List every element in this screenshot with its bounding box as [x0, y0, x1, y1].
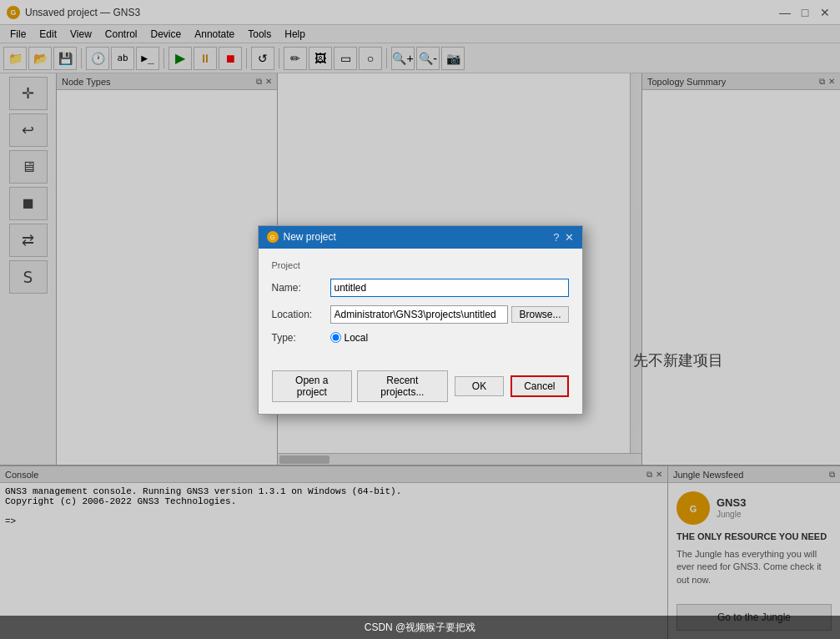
dialog-close[interactable]: ✕ — [565, 231, 574, 244]
dialog-ok-button[interactable]: OK — [455, 376, 504, 396]
dialog-body: Project Name: Location: Browse... Type: … — [259, 249, 582, 364]
dialog-name-label: Name: — [272, 282, 330, 294]
dialog-title-controls: ? ✕ — [553, 231, 573, 244]
dialog-section-label: Project — [272, 260, 569, 270]
watermark-text: CSDN @视频猴子要把戏 — [365, 621, 476, 635]
dialog-type-radio[interactable] — [330, 332, 341, 343]
dialog-type-label: Type: — [272, 332, 330, 344]
annotation-text: 先不新建项目 — [633, 350, 723, 370]
watermark: CSDN @视频猴子要把戏 — [0, 616, 840, 639]
new-project-dialog: G New project ? ✕ Project Name: Location… — [258, 225, 583, 415]
recent-projects-button[interactable]: Recent projects... — [357, 370, 448, 402]
dialog-location-field: Location: Browse... — [272, 305, 569, 324]
open-project-button[interactable]: Open a project — [272, 370, 352, 402]
dialog-name-field: Name: — [272, 279, 569, 297]
dialog-type-value: Local — [345, 332, 369, 344]
dialog-title-bar: G New project ? ✕ — [259, 226, 582, 249]
dialog-location-input[interactable] — [330, 305, 509, 324]
dialog-footer-left: Open a project Recent projects... — [272, 370, 448, 402]
dialog-name-input[interactable] — [330, 279, 569, 297]
dialog-overlay: G New project ? ✕ Project Name: Location… — [0, 0, 840, 639]
dialog-title: New project — [284, 231, 554, 243]
dialog-help[interactable]: ? — [553, 231, 559, 244]
dialog-location-label: Location: — [272, 309, 330, 320]
dialog-browse-button[interactable]: Browse... — [511, 306, 568, 323]
dialog-icon: G — [267, 231, 279, 243]
dialog-cancel-button[interactable]: Cancel — [511, 375, 568, 397]
dialog-footer: Open a project Recent projects... OK Can… — [259, 364, 582, 414]
dialog-type-field: Type: Local — [272, 332, 569, 344]
